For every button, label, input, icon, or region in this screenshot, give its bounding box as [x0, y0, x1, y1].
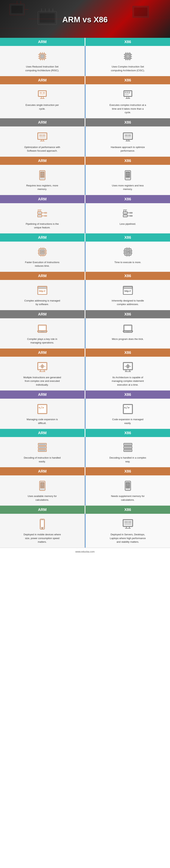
- svg-rect-209: [126, 483, 128, 484]
- left-icon-10: [36, 441, 49, 454]
- svg-rect-224: [125, 521, 128, 523]
- arm-label-5: ARM: [0, 234, 84, 242]
- right-icon-9: </>: [121, 402, 135, 416]
- svg-rect-99: [38, 215, 42, 217]
- svg-rect-213: [126, 486, 129, 488]
- right-text-2: Hardware approach to optimize performanc…: [109, 145, 147, 153]
- svg-text:</>: </>: [38, 406, 44, 409]
- svg-rect-86: [41, 172, 42, 174]
- page-header: ARM vs X86: [0, 0, 170, 38]
- left-icon-2: [36, 130, 49, 144]
- svg-point-166: [41, 366, 43, 367]
- left-text-6: Complex addressing is managed by softwar…: [24, 299, 61, 306]
- x86-label-3: X86: [86, 157, 170, 165]
- svg-rect-61: [125, 92, 126, 93]
- arm-label-7: ARM: [0, 310, 84, 318]
- arm-label-6: ARM: [0, 272, 84, 280]
- right-text-6: Inherently designed to handle complex ad…: [109, 299, 147, 306]
- svg-rect-210: [128, 483, 129, 484]
- right-cell-0: Uses Complex Instruction Set computing A…: [86, 46, 170, 76]
- svg-rect-204: [41, 485, 42, 486]
- left-icon-4: [36, 207, 49, 220]
- left-text-4: Pipelining of instructions is the unique…: [24, 222, 61, 229]
- svg-rect-35: [126, 55, 130, 58]
- svg-rect-103: [44, 215, 47, 217]
- arm-label-2: ARM: [0, 118, 84, 126]
- svg-rect-202: [41, 483, 42, 484]
- section-header-10: ARM X86: [0, 429, 170, 437]
- section-header-2: ARM X86: [0, 118, 170, 126]
- content-row-10: Decoding of instruction is handled easil…: [0, 437, 170, 467]
- svg-rect-102: [44, 212, 47, 214]
- right-text-3: Uses more registers and less memory.: [109, 184, 147, 191]
- section-header-6: ARM X86: [0, 272, 170, 280]
- left-icon-3: [36, 168, 49, 182]
- svg-rect-205: [42, 485, 44, 486]
- left-cell-4: Pipelining of instructions is the unique…: [0, 203, 85, 233]
- svg-rect-73: [42, 134, 45, 136]
- section-header-3: ARM X86: [0, 157, 170, 165]
- left-cell-1: Executes single instruction per cycle.: [0, 84, 85, 118]
- svg-rect-203: [42, 483, 44, 484]
- svg-rect-63: [129, 92, 130, 93]
- left-icon-0: [36, 50, 49, 63]
- svg-text:</>: </>: [124, 406, 130, 409]
- left-text-3: Requires less registers, more memory.: [24, 184, 61, 191]
- x86-label-8: X86: [86, 348, 170, 357]
- svg-rect-167: [42, 364, 43, 365]
- left-cell-12: Deployed in mobile devices where size, p…: [0, 514, 85, 548]
- svg-rect-170: [44, 366, 45, 367]
- svg-rect-97: [126, 176, 129, 177]
- right-text-7: Micro program does the trick.: [112, 337, 143, 341]
- content-row-9: </> Managing code expansion is difficult…: [0, 399, 170, 429]
- footer-url: www.educba.com: [75, 550, 95, 553]
- right-cell-6: http:// Inherently designed to handle co…: [86, 280, 170, 310]
- left-cell-5: CPU Faster Execution of Instructions red…: [0, 242, 85, 272]
- left-text-5: Faster Execution of Instructions reduces…: [24, 260, 61, 268]
- left-icon-1: [36, 88, 49, 101]
- section-header-5: ARM X86: [0, 234, 170, 242]
- svg-rect-155: [39, 326, 46, 331]
- left-cell-10: Decoding of instruction is handled easil…: [0, 437, 85, 467]
- left-icon-11: [36, 479, 49, 492]
- left-text-9: Managing code expansion is difficult.: [24, 417, 61, 425]
- left-icon-12: [36, 518, 49, 531]
- svg-rect-178: [128, 364, 128, 365]
- left-text-12: Deployed in mobile devices where size, p…: [24, 533, 61, 544]
- right-icon-6: http://: [121, 284, 135, 297]
- right-icon-8: [121, 361, 135, 374]
- svg-rect-212: [128, 485, 129, 486]
- content-row-2: Optimization of performance with Softwar…: [0, 126, 170, 157]
- right-text-11: Needs supplement memory for calculations…: [109, 494, 147, 502]
- svg-rect-159: [126, 331, 129, 332]
- left-icon-7: [36, 322, 49, 335]
- left-text-1: Executes single instruction per cycle.: [24, 103, 61, 111]
- page-title: ARM vs X86: [62, 15, 108, 24]
- svg-rect-6: [40, 13, 55, 23]
- svg-rect-156: [41, 331, 44, 332]
- svg-rect-111: [130, 212, 133, 214]
- svg-rect-168: [42, 368, 43, 369]
- svg-rect-217: [41, 520, 43, 520]
- content-row-12: Deployed in mobile devices where size, p…: [0, 514, 170, 548]
- right-text-4: Less pipelined.: [120, 222, 136, 226]
- svg-rect-81: [125, 134, 128, 136]
- svg-rect-225: [128, 521, 131, 523]
- right-cell-1: Executes complex instruction at a time a…: [86, 84, 170, 118]
- arm-label-10: ARM: [0, 429, 84, 437]
- svg-rect-211: [126, 485, 128, 486]
- left-icon-6: http://: [36, 284, 49, 297]
- right-cell-3: Uses more registers and less memory.: [86, 165, 170, 195]
- arm-label-1: ARM: [0, 76, 84, 84]
- right-cell-7: Micro program does the trick.: [86, 318, 170, 348]
- svg-rect-96: [128, 174, 129, 175]
- right-text-5: Time to execute is more.: [114, 260, 141, 264]
- svg-rect-199: [125, 450, 131, 451]
- svg-rect-65: [125, 94, 129, 95]
- right-text-10: Decoding is handled in a complex way.: [109, 456, 147, 463]
- section-header-1: ARM X86: [0, 76, 170, 84]
- svg-rect-72: [39, 134, 42, 136]
- svg-rect-192: [39, 447, 46, 448]
- x86-label-7: X86: [86, 310, 170, 318]
- right-cell-11: Needs supplement memory for calculations…: [86, 475, 170, 505]
